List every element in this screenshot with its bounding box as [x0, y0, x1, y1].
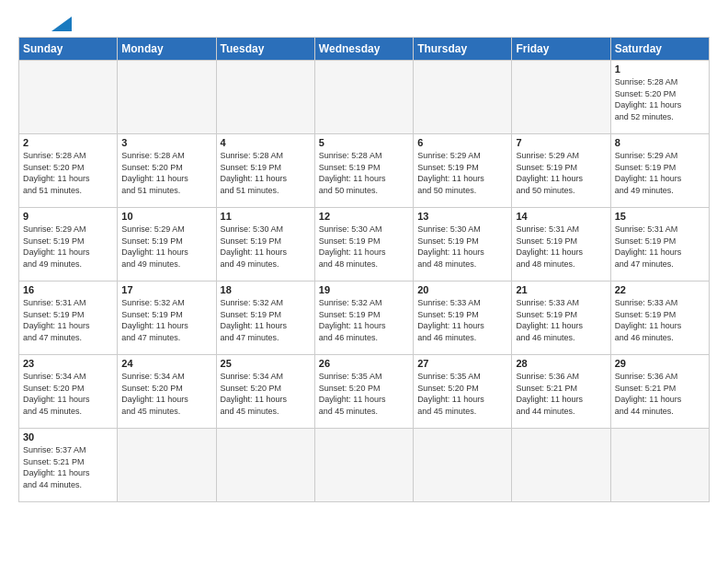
calendar-cell: 29Sunrise: 5:36 AM Sunset: 5:21 PM Dayli… — [610, 355, 709, 429]
day-number: 27 — [417, 358, 507, 369]
calendar-cell: 28Sunrise: 5:36 AM Sunset: 5:21 PM Dayli… — [512, 355, 610, 429]
day-header-thursday: Thursday — [414, 38, 512, 61]
calendar-cell: 19Sunrise: 5:32 AM Sunset: 5:19 PM Dayli… — [314, 282, 413, 355]
calendar-cell: 30Sunrise: 5:37 AM Sunset: 5:21 PM Dayli… — [19, 429, 118, 502]
calendar-cell: 6Sunrise: 5:29 AM Sunset: 5:19 PM Daylig… — [414, 134, 512, 208]
header — [18, 18, 710, 31]
calendar-week-4: 16Sunrise: 5:31 AM Sunset: 5:19 PM Dayli… — [19, 282, 710, 355]
calendar-week-1: 1Sunrise: 5:28 AM Sunset: 5:20 PM Daylig… — [19, 61, 710, 134]
day-info: Sunrise: 5:30 AM Sunset: 5:19 PM Dayligh… — [417, 224, 507, 270]
calendar-cell: 23Sunrise: 5:34 AM Sunset: 5:20 PM Dayli… — [19, 355, 118, 429]
calendar-cell — [512, 61, 610, 134]
day-info: Sunrise: 5:32 AM Sunset: 5:19 PM Dayligh… — [221, 297, 311, 343]
day-number: 17 — [121, 284, 211, 295]
day-number: 26 — [319, 358, 409, 369]
day-header-saturday: Saturday — [610, 38, 709, 61]
day-number: 9 — [23, 211, 113, 222]
calendar-cell — [314, 61, 413, 134]
calendar-cell: 5Sunrise: 5:28 AM Sunset: 5:19 PM Daylig… — [314, 134, 413, 208]
calendar-cell: 2Sunrise: 5:28 AM Sunset: 5:20 PM Daylig… — [19, 134, 118, 208]
day-number: 16 — [23, 284, 113, 295]
day-number: 25 — [221, 358, 311, 369]
logo — [18, 18, 72, 31]
day-header-wednesday: Wednesday — [314, 38, 413, 61]
calendar-cell: 22Sunrise: 5:33 AM Sunset: 5:19 PM Dayli… — [610, 282, 709, 355]
day-number: 6 — [417, 137, 507, 148]
calendar-cell: 25Sunrise: 5:34 AM Sunset: 5:20 PM Dayli… — [216, 355, 314, 429]
calendar-cell: 26Sunrise: 5:35 AM Sunset: 5:20 PM Dayli… — [314, 355, 413, 429]
day-info: Sunrise: 5:29 AM Sunset: 5:19 PM Dayligh… — [121, 224, 211, 270]
day-number: 18 — [221, 284, 311, 295]
day-number: 8 — [615, 137, 705, 148]
calendar-cell: 13Sunrise: 5:30 AM Sunset: 5:19 PM Dayli… — [414, 208, 512, 282]
day-number: 30 — [23, 431, 113, 442]
day-number: 13 — [417, 211, 507, 222]
calendar-cell — [118, 429, 216, 502]
day-info: Sunrise: 5:34 AM Sunset: 5:20 PM Dayligh… — [121, 371, 211, 417]
calendar-cell: 14Sunrise: 5:31 AM Sunset: 5:19 PM Dayli… — [512, 208, 610, 282]
day-info: Sunrise: 5:28 AM Sunset: 5:20 PM Dayligh… — [121, 150, 211, 196]
day-info: Sunrise: 5:29 AM Sunset: 5:19 PM Dayligh… — [615, 150, 705, 196]
day-info: Sunrise: 5:33 AM Sunset: 5:19 PM Dayligh… — [417, 297, 507, 343]
day-info: Sunrise: 5:34 AM Sunset: 5:20 PM Dayligh… — [23, 371, 113, 417]
day-number: 21 — [516, 284, 606, 295]
calendar-cell: 3Sunrise: 5:28 AM Sunset: 5:20 PM Daylig… — [118, 134, 216, 208]
day-info: Sunrise: 5:29 AM Sunset: 5:19 PM Dayligh… — [417, 150, 507, 196]
calendar-header-row: SundayMondayTuesdayWednesdayThursdayFrid… — [19, 38, 710, 61]
day-number: 7 — [516, 137, 606, 148]
day-number: 1 — [615, 63, 705, 75]
calendar-week-6: 30Sunrise: 5:37 AM Sunset: 5:21 PM Dayli… — [19, 429, 710, 502]
day-info: Sunrise: 5:37 AM Sunset: 5:21 PM Dayligh… — [23, 444, 113, 490]
day-info: Sunrise: 5:31 AM Sunset: 5:19 PM Dayligh… — [23, 297, 113, 343]
calendar-cell: 24Sunrise: 5:34 AM Sunset: 5:20 PM Dayli… — [118, 355, 216, 429]
calendar-cell: 16Sunrise: 5:31 AM Sunset: 5:19 PM Dayli… — [19, 282, 118, 355]
day-number: 5 — [319, 137, 409, 148]
day-number: 23 — [23, 358, 113, 369]
day-info: Sunrise: 5:28 AM Sunset: 5:19 PM Dayligh… — [319, 150, 409, 196]
calendar-cell: 10Sunrise: 5:29 AM Sunset: 5:19 PM Dayli… — [118, 208, 216, 282]
day-info: Sunrise: 5:35 AM Sunset: 5:20 PM Dayligh… — [319, 371, 409, 417]
day-number: 3 — [121, 137, 211, 148]
day-info: Sunrise: 5:31 AM Sunset: 5:19 PM Dayligh… — [615, 224, 705, 270]
day-header-tuesday: Tuesday — [216, 38, 314, 61]
calendar-cell: 18Sunrise: 5:32 AM Sunset: 5:19 PM Dayli… — [216, 282, 314, 355]
day-number: 28 — [516, 358, 606, 369]
day-info: Sunrise: 5:28 AM Sunset: 5:20 PM Dayligh… — [23, 150, 113, 196]
calendar-cell — [414, 61, 512, 134]
day-number: 24 — [121, 358, 211, 369]
day-info: Sunrise: 5:28 AM Sunset: 5:20 PM Dayligh… — [615, 76, 705, 122]
calendar-cell: 4Sunrise: 5:28 AM Sunset: 5:19 PM Daylig… — [216, 134, 314, 208]
day-number: 22 — [615, 284, 705, 295]
day-info: Sunrise: 5:35 AM Sunset: 5:20 PM Dayligh… — [417, 371, 507, 417]
day-info: Sunrise: 5:33 AM Sunset: 5:19 PM Dayligh… — [516, 297, 606, 343]
day-info: Sunrise: 5:29 AM Sunset: 5:19 PM Dayligh… — [23, 224, 113, 270]
calendar-cell: 20Sunrise: 5:33 AM Sunset: 5:19 PM Dayli… — [414, 282, 512, 355]
day-info: Sunrise: 5:32 AM Sunset: 5:19 PM Dayligh… — [121, 297, 211, 343]
calendar-cell: 7Sunrise: 5:29 AM Sunset: 5:19 PM Daylig… — [512, 134, 610, 208]
day-info: Sunrise: 5:36 AM Sunset: 5:21 PM Dayligh… — [516, 371, 606, 417]
calendar-week-5: 23Sunrise: 5:34 AM Sunset: 5:20 PM Dayli… — [19, 355, 710, 429]
day-number: 19 — [319, 284, 409, 295]
calendar-cell: 12Sunrise: 5:30 AM Sunset: 5:19 PM Dayli… — [314, 208, 413, 282]
calendar-cell: 27Sunrise: 5:35 AM Sunset: 5:20 PM Dayli… — [414, 355, 512, 429]
calendar-week-2: 2Sunrise: 5:28 AM Sunset: 5:20 PM Daylig… — [19, 134, 710, 208]
day-info: Sunrise: 5:30 AM Sunset: 5:19 PM Dayligh… — [221, 224, 311, 270]
day-info: Sunrise: 5:34 AM Sunset: 5:20 PM Dayligh… — [221, 371, 311, 417]
day-info: Sunrise: 5:33 AM Sunset: 5:19 PM Dayligh… — [615, 297, 705, 343]
calendar-cell: 17Sunrise: 5:32 AM Sunset: 5:19 PM Dayli… — [118, 282, 216, 355]
day-info: Sunrise: 5:29 AM Sunset: 5:19 PM Dayligh… — [516, 150, 606, 196]
day-number: 10 — [121, 211, 211, 222]
day-number: 14 — [516, 211, 606, 222]
calendar-cell — [314, 429, 413, 502]
calendar-cell — [19, 61, 118, 134]
day-number: 15 — [615, 211, 705, 222]
calendar-cell — [216, 429, 314, 502]
calendar-cell: 9Sunrise: 5:29 AM Sunset: 5:19 PM Daylig… — [19, 208, 118, 282]
day-info: Sunrise: 5:31 AM Sunset: 5:19 PM Dayligh… — [516, 224, 606, 270]
day-info: Sunrise: 5:28 AM Sunset: 5:19 PM Dayligh… — [221, 150, 311, 196]
day-info: Sunrise: 5:30 AM Sunset: 5:19 PM Dayligh… — [319, 224, 409, 270]
day-number: 2 — [23, 137, 113, 148]
day-number: 4 — [221, 137, 311, 148]
day-header-friday: Friday — [512, 38, 610, 61]
day-info: Sunrise: 5:36 AM Sunset: 5:21 PM Dayligh… — [615, 371, 705, 417]
